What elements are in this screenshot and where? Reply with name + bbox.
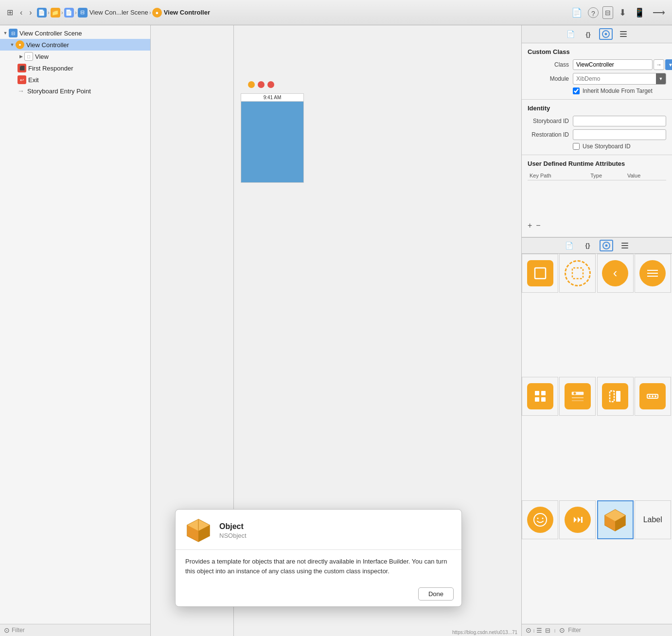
status-time: 9:41 AM	[264, 95, 282, 100]
use-storyboard-id-row: Use Storyboard ID	[528, 143, 666, 150]
breadcrumb-sep-3: ›	[75, 9, 77, 16]
exit-label: Exit	[28, 76, 39, 84]
library-item-object[interactable]	[597, 500, 634, 539]
inspector-tab-file[interactable]: 📄	[564, 28, 578, 40]
library-item-label[interactable]: Label	[635, 500, 671, 539]
library-item-collection[interactable]	[522, 377, 558, 416]
inspector-tabs: 📄 {}	[522, 25, 672, 43]
sidebar-item-view[interactable]: ▶ □ View	[0, 51, 150, 62]
vc-icon: ●	[152, 8, 162, 18]
toolbar-icon	[639, 383, 666, 409]
vc-circle-icon: ●	[16, 40, 24, 49]
link-btn[interactable]: ⟶	[651, 5, 667, 20]
breadcrumb-sep-4: ›	[149, 9, 151, 16]
breadcrumb-file[interactable]: 📄	[37, 8, 47, 18]
library-item-view-dashed[interactable]	[559, 254, 596, 293]
module-row: Module ▼	[528, 73, 666, 85]
svg-rect-16	[572, 268, 583, 279]
library-list-icon: ☰	[536, 627, 542, 634]
library-tabs: 📄 {}	[522, 238, 672, 254]
svg-point-32	[652, 395, 654, 397]
back-btn[interactable]: ‹	[18, 6, 24, 19]
library-item-smiley[interactable]	[522, 500, 558, 539]
use-storyboard-id-checkbox[interactable]	[573, 143, 580, 150]
assistant-btn[interactable]: ⬇	[617, 5, 628, 20]
popup-body: Provides a template for objects that are…	[176, 550, 461, 583]
navigator: ▼ ⊟ View Controller Scene ▼ ● View Contr…	[0, 25, 151, 636]
library-item-media-ctrl[interactable]	[559, 500, 596, 539]
forward-btn[interactable]: ›	[27, 6, 34, 19]
sidebar-item-vc[interactable]: ▼ ● View Controller	[0, 39, 150, 51]
exit-icon: ↩	[18, 75, 26, 84]
breadcrumb-vc-label: View Controller	[164, 9, 210, 16]
module-input[interactable]	[573, 73, 656, 84]
inspector-tab-identity[interactable]	[599, 28, 613, 40]
svg-rect-8	[620, 34, 627, 35]
library-item-toolbar[interactable]	[635, 377, 671, 416]
breadcrumb-doc[interactable]: 📄	[64, 8, 74, 18]
library-panel: 📄 {}	[522, 237, 672, 636]
custom-class-title: Custom Class	[528, 48, 666, 55]
grid-view-btn[interactable]: ⊞	[5, 6, 15, 19]
inspector-tab-quickhelp[interactable]: {}	[582, 28, 595, 40]
editor-view-btn[interactable]: ⊟	[602, 6, 613, 19]
svg-rect-13	[621, 245, 628, 246]
popup-header-text: Object NSObject	[219, 522, 247, 539]
col-type: Type	[588, 171, 625, 180]
toolbar: ⊞ ‹ › 📄 › 📁 › 📄 › ⊟ View Con...ler Scene…	[0, 0, 672, 25]
help-btn[interactable]: ?	[588, 7, 599, 18]
inherit-module-checkbox[interactable]	[573, 88, 580, 94]
identity-title: Identity	[528, 105, 666, 112]
class-row: Class → ▼	[528, 59, 666, 70]
storyboard-icon: ⊟	[9, 29, 18, 37]
sidebar-item-vc-scene[interactable]: ▼ ⊟ View Controller Scene	[0, 27, 150, 39]
new-doc-btn[interactable]: 📄	[569, 5, 584, 20]
disclosure-vc-scene[interactable]: ▼	[2, 30, 9, 36]
svg-rect-21	[541, 391, 546, 395]
library-tab-objects[interactable]	[600, 240, 613, 251]
class-input[interactable]	[573, 59, 653, 70]
class-dropdown[interactable]: ▼	[665, 59, 672, 70]
first-responder-icon: ⬛	[18, 64, 26, 72]
inherit-module-label: Inherit Module From Target	[583, 88, 653, 94]
restoration-id-input[interactable]	[573, 129, 666, 140]
module-dropdown[interactable]: ▼	[656, 73, 666, 84]
breadcrumb-vc[interactable]: ● View Controller	[152, 8, 210, 18]
sidebar-item-exit[interactable]: ↩ Exit	[0, 74, 150, 86]
sidebar-item-entry-point[interactable]: → Storyboard Entry Point	[0, 86, 150, 96]
vc-label: View Controller	[26, 41, 69, 49]
popup-title: Object	[219, 522, 247, 531]
disclosure-vc[interactable]: ▼	[9, 41, 16, 48]
library-item-list[interactable]	[635, 254, 671, 293]
library-item-split[interactable]	[597, 377, 634, 416]
library-tab-media[interactable]	[618, 240, 632, 251]
inspector-tab-attributes[interactable]	[617, 28, 630, 40]
library-footer: ⊙ | ☰ ⊟ | ⊙ Filter	[522, 624, 672, 636]
library-filter-icon-2: ⊙	[559, 626, 565, 634]
sidebar-item-first-responder[interactable]: ⬛ First Responder	[0, 62, 150, 74]
library-grid-icon: ⊟	[545, 627, 550, 634]
class-nav-icon[interactable]: →	[654, 59, 664, 70]
add-attr-btn[interactable]: +	[528, 221, 532, 230]
breadcrumb-storyboard[interactable]: ⊟ View Con...ler Scene	[78, 8, 148, 18]
device-btn[interactable]: 📱	[632, 5, 647, 20]
library-sep-2: |	[554, 628, 555, 633]
nav-footer: ⊙ Filter	[0, 624, 150, 636]
done-button[interactable]: Done	[418, 587, 454, 601]
svg-rect-15	[535, 268, 546, 279]
library-filter-label: Filter	[568, 627, 581, 634]
library-item-table-cell[interactable]	[559, 377, 596, 416]
library-tab-code[interactable]: {}	[581, 240, 595, 251]
disclosure-view[interactable]: ▶	[18, 53, 24, 60]
module-label: Module	[528, 75, 569, 82]
library-item-view[interactable]	[522, 254, 558, 293]
breadcrumb-folder[interactable]: 📁	[51, 8, 60, 18]
filter-label: Filter	[12, 627, 25, 634]
remove-attr-btn[interactable]: −	[536, 221, 540, 230]
library-item-back[interactable]: ‹	[597, 254, 634, 293]
library-tab-file[interactable]: 📄	[563, 240, 576, 251]
popup-arrow	[461, 553, 462, 563]
vc-scene-label: View Controller Scene	[19, 30, 82, 37]
use-storyboard-id-label: Use Storyboard ID	[583, 143, 631, 150]
storyboard-id-input[interactable]	[573, 116, 666, 126]
